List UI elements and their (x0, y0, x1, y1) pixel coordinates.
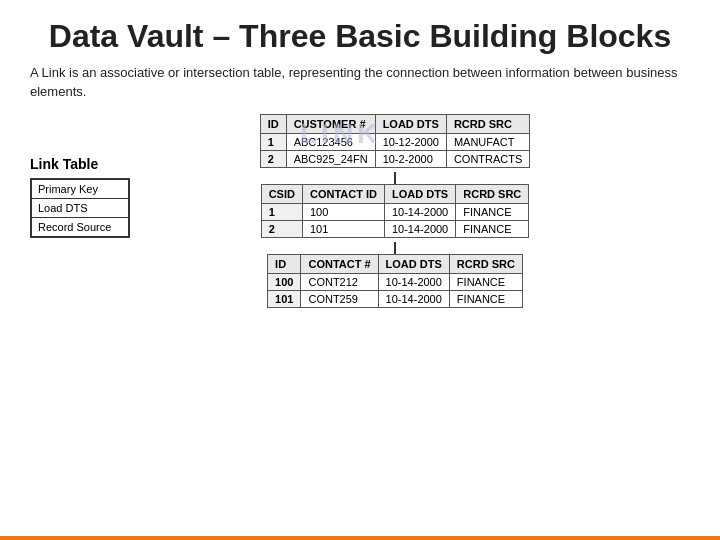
table-row: 1 100 10-14-2000 FINANCE (261, 203, 529, 220)
connector-top-to-mid (394, 172, 396, 184)
mid-table-wrap: CSID CONTACT ID LOAD DTS RCRD SRC 1 100 … (261, 184, 530, 242)
bot-row2-rcrd-src: FINANCE (449, 290, 522, 307)
top-col-id: ID (260, 114, 286, 133)
link-info-load-dts: Load DTS (32, 199, 128, 218)
bot-table-wrap: ID CONTACT # LOAD DTS RCRD SRC 100 CONT2… (267, 254, 523, 312)
page: Data Vault – Three Basic Building Blocks… (0, 0, 720, 540)
bot-col-contact: CONTACT # (301, 254, 378, 273)
top-col-rcrd-src: RCRD SRC (446, 114, 529, 133)
bot-row2-load-dts: 10-14-2000 (378, 290, 449, 307)
top-col-load-dts: LOAD DTS (375, 114, 446, 133)
top-row2-rcrd-src: CONTRACTS (446, 150, 529, 167)
connector-mid-to-bot (394, 242, 396, 254)
link-info-record-source: Record Source (32, 218, 128, 236)
table-row: 101 CONT259 10-14-2000 FINANCE (268, 290, 523, 307)
bot-row2-contact: CONT259 (301, 290, 378, 307)
bot-row1-load-dts: 10-14-2000 (378, 273, 449, 290)
table-row: 2 101 10-14-2000 FINANCE (261, 220, 529, 237)
mid-row1-rcrd-src: FINANCE (456, 203, 529, 220)
content-area: Link Table Primary Key Load DTS Record S… (30, 114, 690, 312)
bot-row1-id: 100 (268, 273, 301, 290)
subtitle-text: A Link is an associative or intersection… (30, 63, 690, 102)
bot-row2-id: 101 (268, 290, 301, 307)
bot-row1-rcrd-src: FINANCE (449, 273, 522, 290)
mid-row1-csid: 1 (261, 203, 302, 220)
mid-col-rcrd-src: RCRD SRC (456, 184, 529, 203)
top-row2-load-dts: 10-2-2000 (375, 150, 446, 167)
bot-row1-contact: CONT212 (301, 273, 378, 290)
page-title: Data Vault – Three Basic Building Blocks (30, 18, 690, 55)
left-panel: Link Table Primary Key Load DTS Record S… (30, 156, 140, 238)
mid-col-contact-id: CONTACT ID (302, 184, 384, 203)
mid-row1-load-dts: 10-14-2000 (384, 203, 455, 220)
bot-col-id: ID (268, 254, 301, 273)
mid-row2-rcrd-src: FINANCE (456, 220, 529, 237)
table-row: 100 CONT212 10-14-2000 FINANCE (268, 273, 523, 290)
bottom-rule (0, 536, 720, 540)
top-row1-customer: ABC123456 (286, 133, 375, 150)
table-row: 2 ABC925_24FN 10-2-2000 CONTRACTS (260, 150, 530, 167)
mid-col-csid: CSID (261, 184, 302, 203)
top-hub-table: ID CUSTOMER # LOAD DTS RCRD SRC 1 ABC123… (260, 114, 531, 168)
mid-row2-contact-id: 101 (302, 220, 384, 237)
table-row: 1 ABC123456 10-12-2000 MANUFACT (260, 133, 530, 150)
top-row2-id: 2 (260, 150, 286, 167)
top-row1-load-dts: 10-12-2000 (375, 133, 446, 150)
bot-col-load-dts: LOAD DTS (378, 254, 449, 273)
mid-link-table: CSID CONTACT ID LOAD DTS RCRD SRC 1 100 … (261, 184, 530, 238)
mid-row2-csid: 2 (261, 220, 302, 237)
top-row1-id: 1 (260, 133, 286, 150)
mid-row1-contact-id: 100 (302, 203, 384, 220)
top-col-customer: CUSTOMER # (286, 114, 375, 133)
top-table-wrap: ID CUSTOMER # LOAD DTS RCRD SRC 1 ABC123… (260, 114, 531, 172)
top-row1-rcrd-src: MANUFACT (446, 133, 529, 150)
tables-container: ID CUSTOMER # LOAD DTS RCRD SRC 1 ABC123… (150, 114, 640, 312)
link-table-label: Link Table (30, 156, 98, 172)
bot-hub-table: ID CONTACT # LOAD DTS RCRD SRC 100 CONT2… (267, 254, 523, 308)
mid-row2-load-dts: 10-14-2000 (384, 220, 455, 237)
bot-col-rcrd-src: RCRD SRC (449, 254, 522, 273)
top-row2-customer: ABC925_24FN (286, 150, 375, 167)
mid-col-load-dts: LOAD DTS (384, 184, 455, 203)
link-info-primary-key: Primary Key (32, 180, 128, 199)
link-info-box: Primary Key Load DTS Record Source (30, 178, 130, 238)
